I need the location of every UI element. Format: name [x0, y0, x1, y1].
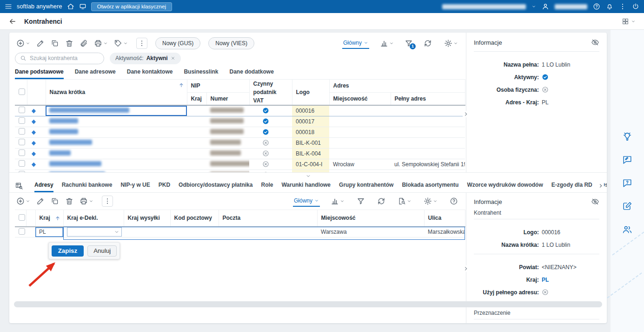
column-header-adres[interactable]: Adres	[329, 80, 465, 93]
detail-column-miejscowosc[interactable]: Miejscowość	[317, 210, 424, 227]
help-icon[interactable]	[593, 3, 600, 10]
detail-view-chevron-down-icon[interactable]	[314, 198, 319, 203]
add-chevron-down-icon[interactable]	[26, 41, 30, 46]
tab-grupy-kontrahentów[interactable]: Grupy kontrahentów	[339, 179, 393, 192]
contractor-row[interactable]: BIL-K-001	[15, 137, 465, 148]
detail-column-kod-pocztowy[interactable]: Kod pocztowy	[170, 210, 219, 227]
detail-view-icon[interactable]	[15, 182, 23, 190]
edit-row-checkbox[interactable]	[19, 228, 25, 235]
detail-view-selector[interactable]: Główny	[293, 196, 320, 207]
save-button[interactable]: Zapisz	[52, 245, 84, 257]
delete-button[interactable]	[64, 38, 75, 48]
print-chevron-down-icon[interactable]	[103, 41, 108, 46]
detail-preview-button[interactable]	[396, 196, 413, 206]
row-checkbox[interactable]	[19, 139, 25, 145]
section-splitter[interactable]	[9, 172, 607, 179]
analysis-chevron-down-icon[interactable]	[389, 41, 394, 46]
combo-chevron-down-icon[interactable]	[114, 229, 120, 235]
tab-nip-y-w-ue[interactable]: NIP-y w UE	[120, 179, 150, 192]
contractor-row[interactable]: 000018	[15, 127, 465, 137]
help-chat-icon[interactable]	[622, 178, 632, 188]
tab-dane-podstawowe[interactable]: Dane podstawowe	[15, 65, 64, 79]
detail-settings-button[interactable]	[422, 196, 439, 206]
view-chevron-down-icon[interactable]	[364, 41, 368, 45]
column-header-kraj[interactable]: Kraj	[187, 92, 206, 105]
view-selector[interactable]: Główny	[342, 38, 369, 49]
tab-adresy[interactable]: Adresy	[34, 179, 53, 192]
back-arrow-icon[interactable]	[8, 17, 17, 26]
detail-hide-info-panel-icon[interactable]	[591, 197, 599, 206]
detail-panel-expand-chevron-icon[interactable]	[463, 265, 469, 272]
layout-chevron-down-icon[interactable]	[631, 19, 636, 24]
search-input[interactable]	[30, 55, 99, 61]
notifications-bell-icon[interactable]	[606, 3, 613, 10]
tab-role[interactable]: Role	[261, 179, 273, 192]
ideas-lightbulb-icon[interactable]	[622, 131, 632, 142]
detail-more-actions-button[interactable]	[102, 196, 113, 207]
tab-odbiorcy-dostawcy-płatnika[interactable]: Odbiorcy/dostawcy płatnika	[179, 179, 252, 192]
tab-e-zgody-dla-rd[interactable]: E-zgody dla RD	[551, 179, 592, 192]
user-avatar-icon[interactable]	[542, 3, 549, 10]
detail-print-chevron-down-icon[interactable]	[89, 199, 93, 203]
contractor-row[interactable]: 01-C-004-IWrocławul. Sempołowskiej Stefa…	[15, 159, 465, 169]
hide-info-panel-icon[interactable]	[591, 38, 599, 47]
filter-chip-aktywnosc[interactable]: Aktywność: Aktywni	[110, 53, 181, 64]
row-checkbox[interactable]	[19, 107, 25, 113]
contractor-row[interactable]: 000016	[15, 105, 465, 116]
detail-add-button[interactable]	[15, 196, 32, 206]
tabs-scroll-right-icon[interactable]	[598, 183, 604, 189]
detail-edit-button[interactable]	[35, 196, 46, 206]
detail-add-chevron-down-icon[interactable]	[26, 199, 30, 203]
notes-compose-icon[interactable]	[622, 201, 632, 211]
tab-pkd[interactable]: PKD	[159, 179, 170, 192]
detail-settings-chevron-down-icon[interactable]	[433, 199, 438, 203]
ulica-cell[interactable]: Marszałkowska	[424, 227, 465, 237]
column-header-nip[interactable]: NIP	[187, 80, 249, 93]
tab-businesslink[interactable]: Businesslink	[184, 65, 218, 79]
detail-analysis-chevron-down-icon[interactable]	[340, 199, 345, 203]
user-name-redacted[interactable]	[555, 4, 587, 9]
detail-preview-chevron-down-icon[interactable]	[407, 199, 412, 203]
hamburger-menu-icon[interactable]	[5, 3, 12, 10]
tag-chevron-down-icon[interactable]	[123, 41, 128, 46]
tab-wzorce-wydruków-dowodów[interactable]: Wzorce wydruków dowodów	[467, 179, 543, 192]
detail-sort-ascending-icon[interactable]	[55, 216, 60, 221]
edit-button[interactable]	[35, 38, 46, 48]
detail-column-poczta[interactable]: Poczta	[219, 210, 317, 227]
filter-button[interactable]: 1	[405, 39, 413, 47]
detail-column-ulica[interactable]: Ulica	[424, 210, 465, 227]
row-checkbox[interactable]	[19, 128, 25, 135]
tab-blokada-asortymentu[interactable]: Blokada asortymentu	[402, 179, 458, 192]
address-edit-row[interactable]: PL Warszawa Marszałkowsk	[15, 227, 465, 237]
print-button[interactable]	[93, 38, 109, 48]
collapse-chevron-down-icon[interactable]	[305, 173, 311, 179]
column-header-numer[interactable]: Numer	[206, 92, 249, 105]
tab-dane-dodatkowe[interactable]: Dane dodatkowe	[229, 65, 273, 79]
detail-column-kraj[interactable]: Kraj	[35, 210, 63, 227]
attachment-button[interactable]	[78, 38, 89, 48]
layout-switcher[interactable]	[622, 18, 636, 25]
column-header-czynny-podatnik-vat[interactable]: Czynny podatnik VAT	[249, 80, 292, 106]
contractor-row[interactable]: BIL-K-004	[15, 148, 465, 159]
settings-button[interactable]	[443, 38, 459, 48]
context-chevron-down-icon[interactable]	[531, 4, 536, 9]
row-checkbox[interactable]	[19, 117, 25, 124]
kod-pocztowy-cell[interactable]	[170, 227, 219, 237]
detail-column-kraj-wysylki[interactable]: Kraj wysyłki	[124, 210, 170, 227]
row-checkbox[interactable]	[19, 149, 25, 156]
column-header-nazwa-krotka[interactable]: Nazwa krótka	[46, 80, 187, 106]
detail-column-kraj-edekl[interactable]: Kraj e-Dekl.	[63, 210, 124, 227]
home-icon[interactable]	[67, 3, 74, 10]
chip-remove-icon[interactable]	[171, 56, 175, 61]
column-header-logo[interactable]: Logo	[292, 80, 329, 106]
feedback-chat-icon[interactable]	[622, 155, 632, 165]
workspace-icon[interactable]	[79, 3, 86, 10]
add-button[interactable]	[15, 38, 32, 48]
cancel-button[interactable]: Anuluj	[87, 245, 117, 257]
kraj-edekl-cell[interactable]	[63, 227, 124, 237]
tab-dane-adresowe[interactable]: Dane adresowe	[75, 65, 116, 79]
grid-layout-icon[interactable]	[622, 18, 629, 25]
poczta-cell[interactable]	[219, 227, 317, 237]
tab-warunki-handlowe[interactable]: Warunki handlowe	[281, 179, 331, 192]
tab-dane-kontaktowe[interactable]: Dane kontaktowe	[127, 65, 173, 79]
